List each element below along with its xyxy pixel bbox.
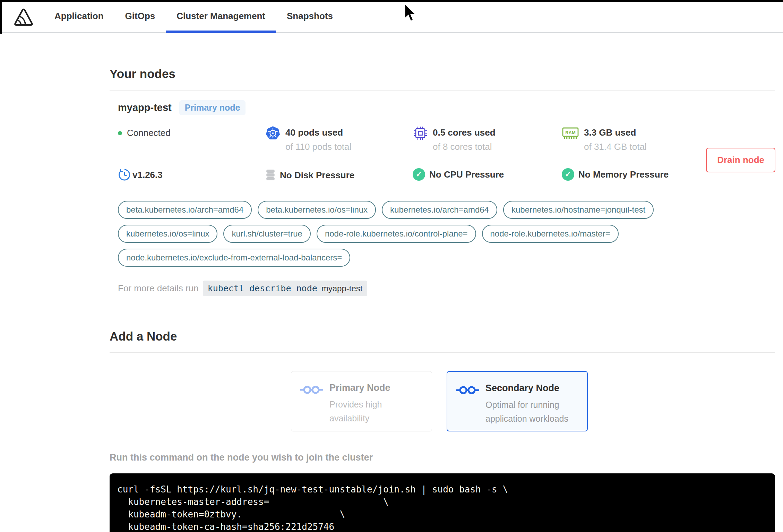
- node-name: myapp-test: [118, 102, 172, 113]
- node-label-pill: kurl.sh/cluster=true: [223, 225, 310, 243]
- pods-used: 40 pods used: [285, 126, 351, 139]
- tab-cluster-management[interactable]: Cluster Management: [166, 0, 276, 32]
- pods-stat: 40 pods used of 110 pods total: [265, 126, 413, 152]
- cpu-icon: [413, 126, 428, 141]
- add-node-title: Add a Node: [110, 296, 775, 343]
- cores-stat: 0.5 cores used of 8 cores total: [413, 126, 562, 152]
- kubernetes-pods-icon: [265, 126, 281, 141]
- cpu-pressure-status: ✓ No CPU Pressure: [413, 168, 562, 181]
- node-label-pill: kubernetes.io/os=linux: [118, 225, 217, 243]
- node-label-pill: node-role.kubernetes.io/control-plane=: [317, 225, 476, 243]
- status-dot-icon: [118, 131, 122, 135]
- kubectl-describe-chip: kubectl describe node myapp-test: [203, 281, 368, 296]
- node-version: v1.26.3: [118, 168, 265, 181]
- node-details-row: For more details run kubectl describe no…: [118, 281, 775, 296]
- memory-used: 3.3 GB used: [584, 126, 647, 139]
- terminal-line: kubernetes-master-address= \: [117, 496, 765, 508]
- svg-text:RAM: RAM: [565, 130, 576, 135]
- tab-snapshots[interactable]: Snapshots: [276, 0, 344, 32]
- join-command-terminal: curl -fsSL https://kurl.sh/jq-new-test-u…: [110, 473, 775, 532]
- your-nodes-title: Your nodes: [110, 33, 775, 81]
- node-label-pill: kubernetes.io/hostname=jonquil-test: [503, 201, 654, 219]
- check-icon: ✓: [413, 168, 425, 181]
- main-content: Your nodes myapp-test Primary node Conne…: [0, 33, 783, 532]
- tab-application[interactable]: Application: [44, 0, 114, 32]
- details-prefix: For more details run: [118, 283, 199, 294]
- disk-pressure-label: No Disk Pressure: [280, 170, 354, 181]
- mouse-cursor-icon: [403, 3, 419, 25]
- ram-icon: RAM: [562, 126, 579, 141]
- kubectl-command: kubectl describe node: [208, 283, 317, 293]
- drain-node-button[interactable]: Drain node: [706, 148, 775, 172]
- node-stats-grid: Connected: [118, 126, 775, 182]
- primary-node-badge: Primary node: [179, 100, 246, 115]
- node-label-pill: node-role.kubernetes.io/master=: [482, 225, 619, 243]
- kubectl-node-arg: myapp-test: [321, 284, 363, 293]
- terminal-line: kubeadm-token=0ztbvy. \: [117, 508, 765, 521]
- cluster-management-page: Application GitOps Cluster Management Sn…: [0, 0, 783, 532]
- node-labels: beta.kubernetes.io/arch=amd64 beta.kuber…: [118, 201, 680, 267]
- memory-pressure-label: No Memory Pressure: [578, 169, 669, 180]
- disk-pressure-status: No Disk Pressure: [265, 168, 413, 182]
- primary-node-option[interactable]: Primary Node Provides high availability: [291, 371, 432, 431]
- top-nav: Application GitOps Cluster Management Sn…: [0, 0, 783, 33]
- window-edge-left: [0, 0, 2, 34]
- nodes-icon: [456, 385, 479, 395]
- disk-icon: [265, 168, 276, 182]
- version-label: v1.26.3: [132, 170, 163, 180]
- secondary-node-option[interactable]: Secondary Node Optimal for running appli…: [447, 371, 588, 431]
- node-label-pill: node.kubernetes.io/exclude-from-external…: [118, 249, 350, 267]
- cores-total: of 8 cores total: [433, 141, 496, 152]
- primary-node-option-subtitle: Provides high availability: [329, 397, 416, 425]
- node-label-pill: kubernetes.io/arch=amd64: [382, 201, 497, 219]
- node-label-pill: beta.kubernetes.io/os=linux: [258, 201, 376, 219]
- node-name-row: myapp-test Primary node: [118, 100, 775, 115]
- node-label-pill: beta.kubernetes.io/arch=amd64: [118, 201, 252, 219]
- node-card: myapp-test Primary node Connected: [110, 91, 775, 296]
- tab-gitops[interactable]: GitOps: [114, 0, 166, 32]
- join-command-label: Run this command on the node you wish to…: [110, 452, 775, 463]
- secondary-node-option-subtitle: Optimal for running application workload…: [485, 398, 572, 426]
- pods-total: of 110 pods total: [285, 141, 351, 152]
- section-divider: [110, 352, 775, 353]
- status-label: Connected: [127, 128, 171, 138]
- memory-total: of 31.4 GB total: [584, 141, 647, 152]
- version-history-icon: [118, 168, 131, 181]
- cpu-pressure-label: No CPU Pressure: [429, 169, 504, 180]
- primary-node-option-title: Primary Node: [329, 383, 416, 393]
- terminal-line: curl -fsSL https://kurl.sh/jq-new-test-u…: [117, 483, 765, 496]
- replicated-logo-icon[interactable]: [12, 6, 35, 28]
- cores-used: 0.5 cores used: [433, 126, 496, 139]
- nodes-icon: [300, 385, 323, 395]
- terminal-line: kubeadm-token-ca-hash=sha256:221d25746: [117, 521, 765, 532]
- node-type-options: Primary Node Provides high availability …: [291, 371, 775, 431]
- node-status: Connected: [118, 126, 265, 138]
- secondary-node-option-title: Secondary Node: [485, 383, 572, 394]
- nav-tabs: Application GitOps Cluster Management Sn…: [44, 0, 344, 32]
- check-icon: ✓: [562, 168, 574, 181]
